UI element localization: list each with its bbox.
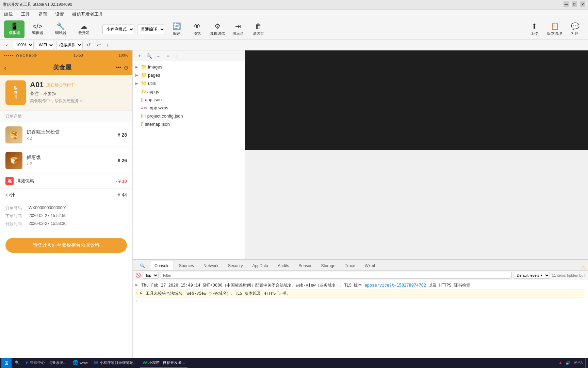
editor-button[interactable]: </> 编辑器 — [27, 20, 48, 38]
upload-button[interactable]: ⬆ 上传 — [525, 20, 543, 38]
debugger-button[interactable]: 🔧 调试器 — [50, 20, 71, 38]
more-options-button[interactable]: ··· — [154, 52, 163, 60]
taskbar-item-ie[interactable]: e 管理中心 - 点餐系统... — [23, 358, 69, 368]
tree-item-appjs[interactable]: ▶ JS app.js — [133, 87, 245, 95]
operation-select[interactable]: 模拟操作 — [56, 41, 83, 49]
cloud-button[interactable]: ☁ 云开发 — [74, 20, 94, 38]
taskbar-item-browser[interactable]: 🌐 www — [70, 358, 91, 368]
tree-item-projectconfig[interactable]: ▶ {o} project.config.json — [133, 112, 245, 120]
tree-item-appwxss[interactable]: ▶ wxss app.wxss — [133, 104, 245, 112]
menu-tools[interactable]: 工具 — [20, 11, 31, 18]
filter-input[interactable] — [161, 272, 512, 279]
order-id-label: 订单号码 — [5, 205, 26, 211]
more-button[interactable]: ••• — [115, 64, 121, 71]
action-button[interactable]: 请凭此页面至取餐柜台领取饮料 — [5, 238, 127, 253]
compile-button[interactable]: 🔄 编译 — [168, 20, 185, 38]
tab-console[interactable]: Console — [150, 261, 174, 270]
tree-item-utils[interactable]: ▶ 📁 utils — [133, 79, 245, 87]
collapse-button[interactable]: ⊢ — [174, 52, 182, 60]
wechat-dev-icon: W — [143, 360, 147, 365]
discount-row: 惠 满减优惠 - ¥ 10 — [0, 173, 132, 189]
console-msg-2: 工具未校验合法域名、web-view（业务域名）、TLS 版本以及 HTTPS … — [146, 291, 585, 296]
folder-name-pages: pages — [148, 73, 160, 78]
network-select[interactable]: WiFi — [36, 41, 54, 49]
item-name-1: 奶香糯玉米松饼 — [27, 129, 114, 135]
menu-edit[interactable]: 编辑 — [3, 11, 14, 18]
menu-settings[interactable]: 设置 — [54, 11, 65, 18]
tree-item-images[interactable]: ▶ 📁 images — [133, 63, 245, 71]
item-info-1: 奶香糯玉米松饼 x 2 — [27, 129, 114, 141]
order-status: 正在精心制作中... — [46, 82, 78, 88]
tab-security[interactable]: Security — [224, 261, 247, 270]
expand-arrow-2[interactable]: ▶ — [140, 291, 142, 295]
tab-inspect[interactable]: 🔍 — [135, 261, 149, 270]
menu-devtools[interactable]: 微信开发者工具 — [71, 11, 104, 18]
community-button[interactable]: 💬 社区 — [566, 20, 584, 38]
preview-button[interactable]: 👁 预览 — [188, 20, 206, 38]
phone-screen: ••••• WeChat令 15:53 100% ‹ 美食屋 ••• ⊙ 取餐号 — [0, 50, 132, 358]
console-content: ▶ Thu Feb 27 2020 15:49:14 GMT+0800（中国标准… — [133, 280, 588, 368]
taskbar-item-word[interactable]: W 小程序项目录课笔记... — [91, 358, 139, 368]
item-image-2: 🍞 — [5, 152, 22, 169]
console-msg-1: Thu Feb 27 2020 15:49:14 GMT+0800（中国标准时间… — [141, 282, 585, 288]
expand-arrow-1[interactable]: ▶ — [135, 282, 138, 287]
window-controls: — □ ✕ — [564, 1, 585, 7]
simulator-icon: 📱 — [10, 23, 19, 30]
tab-network[interactable]: Network — [199, 261, 223, 270]
rotate-button[interactable]: ↺ — [85, 41, 93, 49]
console-link-1[interactable]: appservice?t=158278974702 — [365, 283, 426, 288]
version-button[interactable]: 📋 版本管理 — [546, 20, 564, 38]
toolbar-right: ⬆ 上传 📋 版本管理 💬 社区 — [525, 20, 584, 38]
taskbar-item-search[interactable]: 🔍 — [12, 358, 22, 368]
maximize-button[interactable]: □ — [572, 1, 577, 7]
tab-audits[interactable]: Audits — [273, 261, 293, 270]
tab-sources[interactable]: Sources — [175, 261, 198, 270]
zoom-select[interactable]: 100% — [13, 41, 34, 49]
order-info: A01 正在精心制作中... 备注：不要辣 美食制作中，尽快为您服务☺ — [30, 80, 127, 104]
tree-item-pages[interactable]: ▶ 📁 pages — [133, 71, 245, 79]
real-device-button[interactable]: ⚙ 真机调试 — [209, 20, 226, 38]
search-file-button[interactable]: 🔍 — [145, 52, 153, 60]
prev-button[interactable]: ‹ — [3, 41, 11, 49]
indent-button[interactable]: ⊢ — [105, 41, 113, 49]
compile-select[interactable]: 普通编译 — [137, 25, 165, 34]
mode-select[interactable]: 小程序模式 — [102, 25, 134, 34]
record-button[interactable]: ⊙ — [124, 64, 128, 71]
taskbar-show-desktop[interactable] — [585, 358, 587, 368]
file-name-projectconfig: project.config.json — [147, 113, 183, 119]
simulator-button[interactable]: 📱 模拟器 — [4, 20, 24, 38]
pay-time-row: 付款时间 2020-02-27 15:53:36 — [5, 221, 127, 227]
back-button[interactable]: ‹ — [4, 64, 6, 72]
browser-icon: 🌐 — [72, 360, 78, 365]
word-label: 小程序项目录课笔记... — [100, 360, 136, 365]
sort-button[interactable]: ≡ — [164, 52, 172, 60]
tree-item-appjson[interactable]: ▶ {} app.json — [133, 95, 245, 104]
tab-appdata[interactable]: AppData — [248, 261, 273, 270]
taskbar-item-wechat-dev[interactable]: W 小程序 - 微信开发者... — [140, 358, 187, 368]
phone-time: 15:53 — [74, 53, 83, 57]
tab-trace[interactable]: Trace — [341, 261, 360, 270]
tab-storage[interactable]: Storage — [317, 261, 340, 270]
version-icon: 📋 — [551, 22, 559, 30]
minimize-button[interactable]: — — [564, 1, 569, 7]
discount-badge: 惠 — [5, 177, 14, 185]
cloud-icon: ☁ — [80, 23, 87, 30]
tab-sensor[interactable]: Sensor — [294, 261, 316, 270]
tree-item-sitemap[interactable]: ▶ {} sitemap.json — [133, 120, 245, 128]
add-file-button[interactable]: ＋ — [135, 52, 144, 60]
menu-ui[interactable]: 界面 — [37, 11, 48, 18]
console-clear-button[interactable]: 🚫 — [135, 273, 141, 278]
clear-cache-button[interactable]: 🗑 清缓存 — [249, 20, 267, 38]
start-button[interactable]: ⊞ — [1, 358, 12, 368]
discount-label: 满减优惠 — [16, 178, 113, 184]
tab-wxml[interactable]: Wxml — [360, 261, 379, 270]
debugger-icon: 🔧 — [56, 23, 65, 30]
debugger-label: 调试器 — [55, 30, 66, 35]
close-button[interactable]: ✕ — [580, 1, 585, 7]
context-select[interactable]: top — [143, 272, 159, 279]
cut-bg-button[interactable]: ⇥ 切后台 — [229, 20, 247, 38]
folder-name-images: images — [148, 64, 162, 70]
console-row-3: › — [135, 298, 585, 305]
level-select[interactable]: Default levels ▾ — [514, 272, 550, 279]
viewport-button[interactable]: ▭ — [95, 41, 103, 49]
